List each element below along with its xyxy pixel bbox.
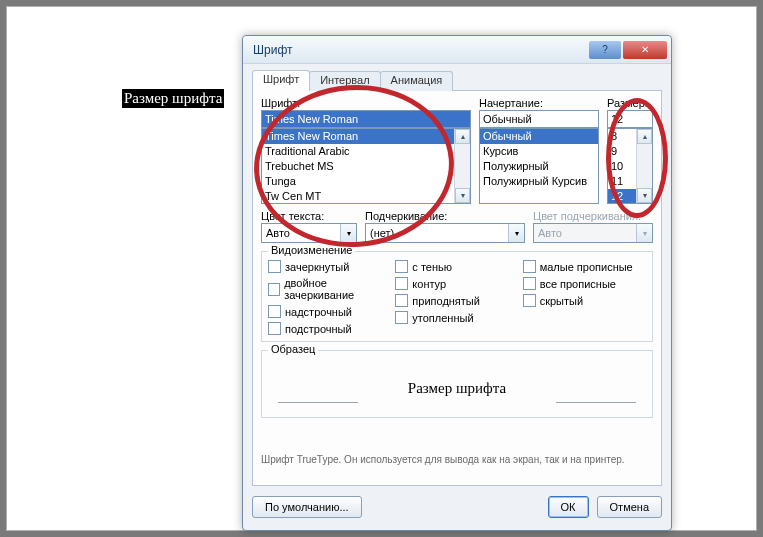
scroll-down-icon[interactable]: ▾	[455, 188, 470, 203]
chevron-down-icon[interactable]: ▾	[508, 224, 524, 242]
font-info: Шрифт TrueType. Он используется для выво…	[261, 454, 653, 465]
effects-legend: Видоизменение	[268, 244, 355, 256]
font-option[interactable]: Times New Roman	[262, 129, 454, 144]
chk-hidden[interactable]: скрытый	[523, 294, 646, 307]
style-option[interactable]: Полужирный Курсив	[480, 174, 598, 189]
tab-font[interactable]: Шрифт	[252, 70, 310, 91]
scroll-down-icon[interactable]: ▾	[637, 188, 652, 203]
color-label: Цвет текста:	[261, 210, 357, 222]
selected-text[interactable]: Размер шрифта	[122, 89, 224, 108]
underline-color-label: Цвет подчеркивания:	[533, 210, 653, 222]
scrollbar[interactable]: ▴ ▾	[454, 129, 470, 203]
chevron-down-icon[interactable]: ▾	[340, 224, 356, 242]
default-button[interactable]: По умолчанию...	[252, 496, 362, 518]
sample-text: Размер шрифта	[408, 380, 506, 397]
color-combo[interactable]: Авто ▾	[261, 223, 357, 243]
dialog-footer: По умолчанию... ОК Отмена	[252, 493, 662, 521]
size-option[interactable]: 8	[608, 129, 636, 144]
size-option[interactable]: 11	[608, 174, 636, 189]
dialog-content: Шрифт Интервал Анимация Шрифт: Times New…	[252, 70, 662, 486]
size-option[interactable]: 9	[608, 144, 636, 159]
chk-outline[interactable]: контур	[395, 277, 518, 290]
sample-group: Образец Размер шрифта	[261, 350, 653, 418]
size-input[interactable]	[607, 110, 653, 128]
chk-subscript[interactable]: подстрочный	[268, 322, 391, 335]
style-label: Начертание:	[479, 97, 599, 109]
help-button[interactable]: ?	[589, 41, 621, 59]
font-option[interactable]: Tunga	[262, 174, 454, 189]
style-option[interactable]: Курсив	[480, 144, 598, 159]
close-button[interactable]: ✕	[623, 41, 667, 59]
scroll-up-icon[interactable]: ▴	[455, 129, 470, 144]
scrollbar[interactable]: ▴ ▾	[636, 129, 652, 203]
chk-allcaps[interactable]: все прописные	[523, 277, 646, 290]
underline-value: (нет)	[366, 227, 508, 239]
scroll-up-icon[interactable]: ▴	[637, 129, 652, 144]
effects-group: Видоизменение зачеркнутый двойное зачерк…	[261, 251, 653, 342]
font-option[interactable]: Trebuchet MS	[262, 159, 454, 174]
style-option[interactable]: Полужирный	[480, 159, 598, 174]
chk-engrave[interactable]: утопленный	[395, 311, 518, 324]
underline-label: Подчеркивание:	[365, 210, 525, 222]
font-dialog: Шрифт ? ✕ Шрифт Интервал Анимация Шрифт:…	[242, 35, 672, 531]
style-listbox[interactable]: Обычный Курсив Полужирный Полужирный Кур…	[479, 128, 599, 204]
size-option[interactable]: 10	[608, 159, 636, 174]
color-value: Авто	[262, 227, 340, 239]
size-label: Размер:	[607, 97, 653, 109]
tab-interval[interactable]: Интервал	[309, 71, 380, 91]
tab-strip: Шрифт Интервал Анимация	[252, 70, 662, 91]
size-option[interactable]: 12	[608, 189, 636, 203]
underline-color-value: Авто	[534, 227, 636, 239]
sample-legend: Образец	[268, 343, 318, 355]
chk-superscript[interactable]: надстрочный	[268, 305, 391, 318]
font-option[interactable]: Tw Cen MT	[262, 189, 454, 203]
cancel-button[interactable]: Отмена	[597, 496, 662, 518]
chk-shadow[interactable]: с тенью	[395, 260, 518, 273]
chk-double-strike[interactable]: двойное зачеркивание	[268, 277, 391, 301]
window-title: Шрифт	[253, 43, 587, 57]
font-label: Шрифт:	[261, 97, 471, 109]
font-panel: Шрифт: Times New Roman Traditional Arabi…	[252, 91, 662, 486]
chk-smallcaps[interactable]: малые прописные	[523, 260, 646, 273]
chevron-down-icon: ▾	[636, 224, 652, 242]
underline-color-combo: Авто ▾	[533, 223, 653, 243]
style-option[interactable]: Обычный	[480, 129, 598, 144]
font-option[interactable]: Traditional Arabic	[262, 144, 454, 159]
font-input[interactable]	[261, 110, 471, 128]
underline-combo[interactable]: (нет) ▾	[365, 223, 525, 243]
titlebar[interactable]: Шрифт ? ✕	[243, 36, 671, 64]
font-listbox[interactable]: Times New Roman Traditional Arabic Trebu…	[261, 128, 471, 204]
tab-animation[interactable]: Анимация	[380, 71, 454, 91]
chk-emboss[interactable]: приподнятый	[395, 294, 518, 307]
sample-preview: Размер шрифта	[272, 361, 642, 415]
chk-strike[interactable]: зачеркнутый	[268, 260, 391, 273]
style-input[interactable]	[479, 110, 599, 128]
ok-button[interactable]: ОК	[548, 496, 589, 518]
size-listbox[interactable]: 8 9 10 11 12 ▴ ▾	[607, 128, 653, 204]
